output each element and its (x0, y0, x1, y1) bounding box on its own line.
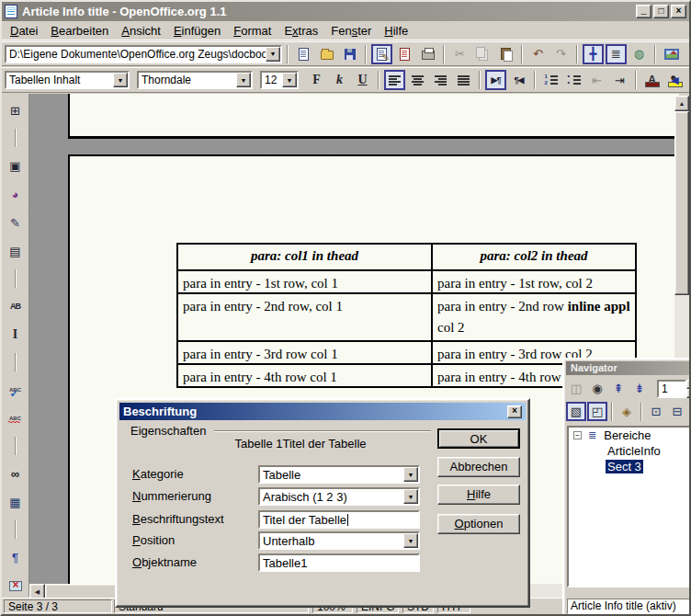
paragraph-style-value[interactable]: Tabellen Inhalt (6, 73, 113, 87)
edit-file-button[interactable] (371, 44, 392, 64)
gallery-button[interactable] (661, 44, 682, 64)
scroll-up-button[interactable]: ▲ (674, 96, 689, 111)
menu-bearbeiten[interactable]: Bearbeiten (44, 22, 115, 40)
dropdown-arrow-icon[interactable]: ▼ (403, 533, 418, 548)
menu-ansicht[interactable]: Ansicht (115, 22, 167, 40)
ok-button[interactable]: OK (437, 428, 520, 449)
tree-item-articleinfo[interactable]: ArticleInfo (569, 443, 691, 459)
export-pdf-button[interactable] (394, 44, 415, 64)
tree-expander-icon[interactable]: − (573, 431, 582, 439)
navigator-title-bar[interactable]: Navigator (566, 361, 689, 375)
font-name-combobox[interactable]: Thorndale ▼ (137, 71, 253, 89)
paragraph-background-button[interactable]: ▭ (687, 70, 691, 90)
set-reminder-button[interactable]: ◈ (617, 402, 637, 421)
menu-extras[interactable]: Extras (278, 22, 324, 40)
close-button[interactable]: × (671, 5, 686, 18)
left-to-right-button[interactable]: ▶¶ (485, 70, 506, 90)
hyperlink-button[interactable]: ◍ (629, 44, 650, 64)
spellcheck-button[interactable] (5, 380, 26, 400)
font-size-combobox[interactable]: 12 ▼ (260, 71, 299, 89)
insert-form-button[interactable]: ▤ (5, 241, 26, 261)
menu-einf-gen[interactable]: Einfügen (167, 22, 227, 40)
font-dropdown-icon[interactable]: ▼ (236, 73, 251, 87)
paste-button[interactable] (495, 44, 516, 64)
graphics-onoff-button[interactable] (5, 576, 26, 596)
url-dropdown-icon[interactable]: ▼ (266, 47, 280, 62)
align-right-button[interactable] (430, 70, 451, 90)
font-name-value[interactable]: Thorndale (139, 73, 236, 87)
align-justify-button[interactable] (453, 70, 474, 90)
paragraph-style-combobox[interactable]: Tabellen Inhalt ▼ (5, 71, 130, 89)
auto-spellcheck-button[interactable] (5, 408, 26, 428)
menu-datei[interactable]: Datei (4, 22, 44, 40)
decrease-indent-button[interactable]: ⇤ (586, 70, 607, 90)
content-view-button[interactable]: ◰ (587, 402, 607, 421)
dialog-close-button[interactable]: × (507, 405, 522, 418)
find-replace-button[interactable]: ∞ (5, 463, 26, 484)
stylist-toggle-button[interactable]: ≣ (606, 44, 627, 64)
footer-button[interactable]: ⊟ (667, 402, 687, 421)
table-row[interactable]: para in entry - 1st row, col 1para in en… (178, 269, 635, 292)
table-cell[interactable]: para in entry - 2nd row inline applicati… (433, 294, 635, 340)
right-to-left-button[interactable]: ¶◀ (508, 70, 529, 90)
page-2-bottom[interactable] (68, 94, 679, 139)
page-number-field[interactable]: 1 (657, 380, 686, 398)
table-cell[interactable]: para in entry - 4th row col 1 (178, 365, 433, 386)
page-indicator[interactable]: Seite 3 / 3 (4, 599, 112, 613)
redo-button[interactable]: ↷ (550, 44, 572, 64)
table-cell[interactable]: para in entry - 3rd row col 1 (178, 342, 433, 363)
tree-item-sect-3[interactable]: Sect 3 (569, 459, 691, 474)
spin-up-icon[interactable]: ▲ (686, 380, 691, 389)
toggle-view-button[interactable]: ◫ (566, 379, 586, 398)
open-button[interactable] (316, 44, 337, 64)
table-cell[interactable]: para in entry - 2nd row, col 1 (178, 294, 433, 340)
caption-text-input[interactable]: Titel der Tabelle (258, 510, 420, 529)
copy-button[interactable] (472, 44, 493, 64)
dialog-title-bar[interactable]: Beschriftung × (119, 403, 526, 420)
numbering-button[interactable] (540, 70, 561, 90)
page-spinner[interactable]: 1 ▲ ▼ (657, 380, 691, 398)
nonprinting-characters-button[interactable]: ¶ (5, 547, 26, 567)
table-header-cell[interactable]: para: col1 in thead (178, 245, 433, 269)
dropdown-arrow-icon[interactable]: ▼ (403, 467, 418, 482)
position-select[interactable]: Unterhalb▼ (258, 531, 420, 550)
minimize-button[interactable]: _ (636, 5, 651, 18)
menu-fenster[interactable]: Fenster (324, 22, 378, 40)
table-header-row[interactable]: para: col1 in theadpara: col2 in thead (178, 245, 635, 269)
increase-indent-button[interactable]: ⇥ (609, 70, 630, 90)
url-value[interactable]: D:\Eigene Dokumente\OpenOffice.org Zeugs… (6, 47, 266, 62)
cut-button[interactable]: ✂ (449, 44, 470, 64)
header-button[interactable]: ⊡ (646, 402, 666, 421)
align-center-button[interactable] (407, 70, 428, 90)
vertical-scrollbar-thumb[interactable] (674, 111, 689, 295)
insert-table-button[interactable]: ⊞ (5, 100, 26, 120)
numbering-select[interactable]: Arabisch (1 2 3)▼ (258, 487, 420, 506)
toolbar-collapse-button[interactable]: ◀ (664, 70, 685, 90)
drag-mode-button[interactable]: ▧ (566, 402, 586, 421)
menu-format[interactable]: Format (227, 22, 278, 40)
italic-button[interactable]: k (329, 70, 350, 90)
cancel-button[interactable]: Abbrechen (437, 457, 520, 477)
previous-object-button[interactable]: ⇞ (608, 379, 629, 398)
options-button[interactable]: Optionen (437, 514, 520, 534)
print-button[interactable] (417, 44, 438, 64)
font-size-value[interactable]: 12 (262, 73, 282, 87)
insert-graphics-button[interactable]: ◕ (5, 184, 26, 204)
navigator-document-selector[interactable]: Article Info title (aktiv) (567, 599, 691, 614)
table-cell[interactable]: para in entry - 1st row, col 2 (433, 271, 635, 292)
object-name-input[interactable]: Tabelle1 (258, 553, 420, 572)
app-document-icon[interactable] (5, 5, 17, 18)
bold-button[interactable]: F (306, 70, 327, 90)
new-document-button[interactable] (293, 44, 314, 64)
table-header-cell[interactable]: para: col2 in thead (433, 245, 635, 269)
navigation-button[interactable]: ◉ (587, 379, 607, 398)
insert-cursor-button[interactable]: I (5, 325, 26, 345)
style-dropdown-icon[interactable]: ▼ (113, 73, 128, 87)
save-button[interactable] (339, 44, 360, 64)
navigator-toggle-button[interactable]: ╋ (583, 44, 604, 64)
dropdown-arrow-icon[interactable]: ▼ (403, 489, 418, 504)
data-sources-button[interactable]: ▦ (5, 492, 26, 512)
align-left-button[interactable] (384, 70, 405, 90)
font-color-button[interactable]: A (641, 70, 663, 90)
insert-frame-button[interactable]: ▣ (5, 155, 26, 176)
